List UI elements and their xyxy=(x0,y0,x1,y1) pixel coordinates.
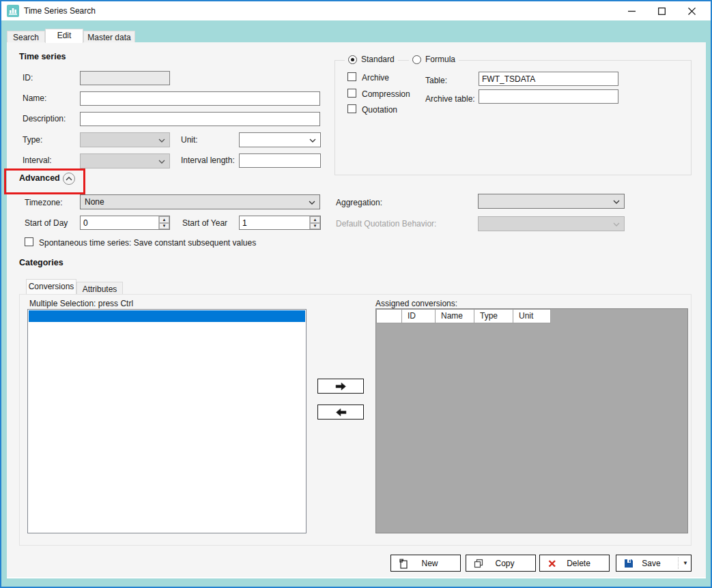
new-document-icon xyxy=(398,558,409,569)
minimize-button[interactable] xyxy=(616,1,646,20)
archive-checkbox[interactable] xyxy=(347,72,356,81)
close-button[interactable] xyxy=(677,1,707,20)
aggregation-label: Aggregation: xyxy=(336,198,382,207)
assigned-conversions-label: Assigned conversions: xyxy=(375,299,457,308)
spinner-down-icon[interactable]: ▼ xyxy=(159,223,169,230)
standard-radio[interactable] xyxy=(348,55,357,64)
title-bar: Time Series Search xyxy=(1,1,711,20)
delete-button[interactable]: Delete xyxy=(539,555,610,572)
interval-dropdown xyxy=(80,153,170,168)
new-button[interactable]: New xyxy=(390,555,461,572)
app-window: Time Series Search Search Edit Master da… xyxy=(0,0,712,588)
start-of-day-field[interactable] xyxy=(81,216,158,229)
column-header-type[interactable]: Type xyxy=(474,309,513,323)
default-quotation-behavior-dropdown xyxy=(478,216,625,231)
chevron-down-icon xyxy=(613,222,620,226)
app-icon xyxy=(7,5,19,17)
unit-label: Unit: xyxy=(181,135,198,145)
interval-label: Interval: xyxy=(23,156,52,165)
start-of-day-stepper[interactable]: ▲ ▼ xyxy=(80,216,170,230)
chevron-down-icon xyxy=(158,138,165,143)
start-of-year-field[interactable] xyxy=(240,216,309,229)
save-menu-arrow-icon[interactable]: ▼ xyxy=(680,560,691,566)
save-button[interactable]: Save ▼ xyxy=(616,555,692,572)
spinner-down-icon[interactable]: ▼ xyxy=(310,223,320,230)
close-icon xyxy=(688,8,696,15)
spinner-up-icon[interactable]: ▲ xyxy=(310,216,320,223)
column-header-name[interactable]: Name xyxy=(435,309,474,323)
table-header-row: ID Name Type Unit xyxy=(376,309,687,323)
maximize-button[interactable] xyxy=(646,1,677,20)
collapse-advanced-button[interactable] xyxy=(63,173,75,185)
chevron-down-icon xyxy=(309,138,316,143)
compression-checkbox-label: Compression xyxy=(362,89,410,99)
advanced-section-title: Advanced xyxy=(19,173,60,183)
arrow-left-icon xyxy=(335,408,347,417)
minimize-icon xyxy=(628,8,636,15)
tab-attributes[interactable]: Attributes xyxy=(76,282,123,294)
column-header-selector[interactable] xyxy=(376,309,402,323)
name-label: Name: xyxy=(23,93,46,103)
formula-radio-label: Formula xyxy=(425,55,455,64)
compression-checkbox[interactable] xyxy=(347,89,356,98)
edit-tab-page: Time series ID: Name: Description: Type:… xyxy=(7,42,706,578)
assigned-conversions-table[interactable]: ID Name Type Unit xyxy=(375,308,688,533)
window-controls xyxy=(616,1,707,20)
unit-dropdown[interactable] xyxy=(239,132,321,147)
id-field xyxy=(80,71,170,85)
column-header-id[interactable]: ID xyxy=(401,309,436,323)
interval-length-field[interactable] xyxy=(239,153,321,168)
tab-search[interactable]: Search xyxy=(7,31,45,43)
formula-radio-option[interactable]: Formula xyxy=(409,55,459,64)
multiple-selection-hint: Multiple Selection: press Ctrl xyxy=(29,299,133,308)
assign-conversion-button[interactable] xyxy=(317,379,364,394)
name-field[interactable] xyxy=(80,91,320,106)
start-of-year-label: Start of Year xyxy=(182,218,227,228)
column-header-unit[interactable]: Unit xyxy=(513,309,551,323)
tab-master-data[interactable]: Master data xyxy=(83,31,135,43)
save-floppy-icon xyxy=(623,558,634,569)
type-label: Type: xyxy=(23,135,42,145)
description-field[interactable] xyxy=(80,112,320,126)
chevron-down-icon xyxy=(309,201,315,205)
tab-edit[interactable]: Edit xyxy=(45,29,83,43)
categories-section-title: Categories xyxy=(19,258,63,267)
spontaneous-checkbox-label: Spontaneous time series: Save constant s… xyxy=(39,238,256,248)
selected-list-item[interactable] xyxy=(29,310,305,322)
save-split-divider xyxy=(678,557,679,569)
formula-radio[interactable] xyxy=(412,55,421,64)
quotation-checkbox-label: Quotation xyxy=(362,105,397,115)
id-label: ID: xyxy=(23,73,33,83)
timezone-dropdown[interactable]: None xyxy=(80,194,320,209)
interval-length-label: Interval length: xyxy=(181,156,235,165)
storage-group-box: Standard Formula Archive Compression Quo… xyxy=(334,60,692,175)
window-title: Time Series Search xyxy=(24,6,96,16)
default-quotation-behavior-label: Default Quotation Behavior: xyxy=(336,219,436,229)
copy-icon xyxy=(473,558,484,569)
arrow-right-icon xyxy=(335,382,347,391)
quotation-checkbox[interactable] xyxy=(347,104,356,113)
table-field[interactable] xyxy=(479,72,618,86)
type-dropdown xyxy=(80,132,170,147)
standard-radio-label: Standard xyxy=(361,55,395,64)
archive-table-label: Archive table: xyxy=(425,94,475,104)
spinner-up-icon[interactable]: ▲ xyxy=(159,216,169,223)
archive-checkbox-label: Archive xyxy=(362,73,389,83)
copy-button[interactable]: Copy xyxy=(466,555,536,572)
standard-radio-option[interactable]: Standard xyxy=(345,55,398,64)
spontaneous-checkbox[interactable] xyxy=(25,237,33,246)
time-series-section-title: Time series xyxy=(19,52,66,61)
start-of-day-label: Start of Day xyxy=(25,218,68,228)
chevron-down-icon xyxy=(613,200,620,204)
conversions-listbox[interactable] xyxy=(27,309,307,533)
description-label: Description: xyxy=(23,114,66,123)
table-label: Table: xyxy=(425,76,447,85)
aggregation-dropdown[interactable] xyxy=(478,194,625,209)
tab-conversions[interactable]: Conversions xyxy=(26,279,76,294)
archive-table-field[interactable] xyxy=(479,89,618,104)
unassign-conversion-button[interactable] xyxy=(317,405,364,420)
maximize-icon xyxy=(658,8,666,15)
timezone-label: Timezone: xyxy=(25,198,63,207)
chevron-down-icon xyxy=(158,160,165,164)
start-of-year-stepper[interactable]: ▲ ▼ xyxy=(239,216,321,230)
